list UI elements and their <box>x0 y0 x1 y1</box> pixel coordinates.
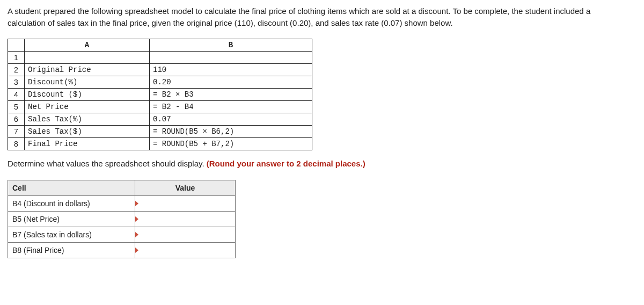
corner-cell <box>8 39 25 51</box>
answer-label: B8 (Final Price) <box>8 242 135 258</box>
answer-value-cell[interactable] <box>135 211 236 227</box>
rounding-hint: (Round your answer to 2 decimal places.) <box>207 159 365 168</box>
cell-b4: = B2 × B3 <box>150 88 312 100</box>
value-input-b4[interactable] <box>135 196 235 211</box>
row-num: 2 <box>8 63 25 76</box>
row-num: 3 <box>8 76 25 88</box>
cell-b6: 0.07 <box>150 113 312 125</box>
row-num: 4 <box>8 88 25 100</box>
spreadsheet-table: A B 1 2 Original Price 110 3 Discount(%)… <box>8 39 312 150</box>
cell-a5: Net Price <box>25 100 150 113</box>
cell-a8: Final Price <box>25 137 150 150</box>
value-input-b7[interactable] <box>135 227 235 242</box>
cell-b3: 0.20 <box>150 76 312 88</box>
row-num: 1 <box>8 51 25 63</box>
value-input-b8[interactable] <box>135 243 235 258</box>
cell-a3: Discount(%) <box>25 76 150 88</box>
problem-intro: A student prepared the following spreads… <box>8 5 630 29</box>
answer-label: B4 (Discount in dollars) <box>8 195 135 211</box>
cell-b1 <box>150 51 312 63</box>
cell-b5: = B2 - B4 <box>150 100 312 113</box>
row-num: 5 <box>8 100 25 113</box>
header-value: Value <box>135 180 236 195</box>
answer-value-cell[interactable] <box>135 195 236 211</box>
prompt-text: Determine what values the spreadsheet sh… <box>8 159 207 168</box>
answer-table: Cell Value B4 (Discount in dollars) B5 (… <box>8 180 236 258</box>
row-num: 6 <box>8 113 25 125</box>
answer-label: B5 (Net Price) <box>8 211 135 227</box>
cell-b2: 110 <box>150 63 312 76</box>
col-header-a: A <box>25 39 150 51</box>
value-input-b5[interactable] <box>135 212 235 227</box>
header-cell: Cell <box>8 180 135 195</box>
row-num: 7 <box>8 125 25 137</box>
col-header-b: B <box>150 39 312 51</box>
cell-a1 <box>25 51 150 63</box>
answer-value-cell[interactable] <box>135 242 236 258</box>
cell-a4: Discount ($) <box>25 88 150 100</box>
cell-a2: Original Price <box>25 63 150 76</box>
cell-a7: Sales Tax($) <box>25 125 150 137</box>
cell-b8: = ROUND(B5 + B7,2) <box>150 137 312 150</box>
cell-b7: = ROUND(B5 × B6,2) <box>150 125 312 137</box>
answer-label: B7 (Sales tax in dollars) <box>8 227 135 242</box>
question-prompt: Determine what values the spreadsheet sh… <box>8 159 636 168</box>
answer-value-cell[interactable] <box>135 227 236 242</box>
cell-a6: Sales Tax(%) <box>25 113 150 125</box>
row-num: 8 <box>8 137 25 150</box>
